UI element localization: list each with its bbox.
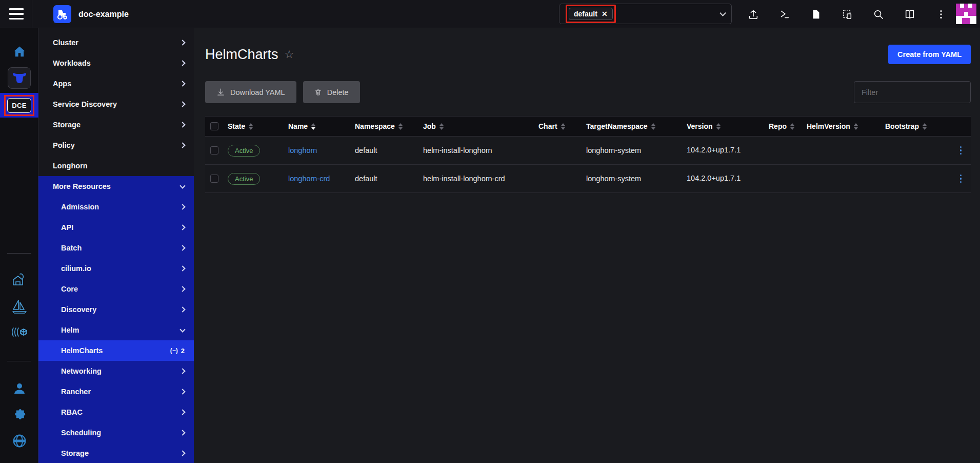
- page-header: HelmCharts ☆ Create from YAML: [205, 45, 971, 64]
- download-yaml-button[interactable]: Download YAML: [205, 81, 296, 103]
- user-icon[interactable]: [0, 378, 38, 399]
- mesh-icon[interactable]: [0, 323, 38, 343]
- header-state[interactable]: State: [225, 122, 285, 130]
- header-target-namespace[interactable]: TargetNamespace: [583, 122, 684, 130]
- sidebar-item-discovery[interactable]: Discovery: [38, 299, 194, 320]
- version-cell-annotated: 104.2.0+up1.7.1: [687, 174, 741, 183]
- brand: doc-example: [53, 5, 129, 23]
- status-badge: Active: [228, 145, 260, 157]
- sidebar-item-more-resources[interactable]: More Resources: [38, 176, 194, 197]
- sidebar-item-service-discovery[interactable]: Service Discovery: [38, 94, 194, 114]
- upload-icon[interactable]: [747, 8, 759, 21]
- remove-namespace-icon[interactable]: ✕: [602, 10, 608, 18]
- left-rail: DCE: [0, 28, 38, 463]
- globe-icon[interactable]: [0, 431, 38, 451]
- sidebar-item-rbac[interactable]: RBAC: [38, 402, 194, 422]
- select-all-checkbox[interactable]: [210, 122, 218, 130]
- header-bootstrap[interactable]: Bootstrap: [882, 122, 944, 130]
- book-icon[interactable]: [904, 8, 916, 21]
- sidebar-item-apps[interactable]: Apps: [38, 73, 194, 94]
- puzzle-icon[interactable]: [0, 404, 38, 425]
- sidebar-item-cilium-io[interactable]: cilium.io: [38, 258, 194, 279]
- top-bar: doc-example default ✕: [0, 0, 980, 28]
- file-icon[interactable]: [810, 8, 822, 21]
- chevron-right-icon: [179, 204, 185, 209]
- header-name[interactable]: Name: [285, 122, 352, 130]
- table-row: Active longhorn-crd default helm-install…: [205, 165, 971, 193]
- sidebar-item-scheduling[interactable]: Scheduling: [38, 422, 194, 443]
- sailboat-icon[interactable]: [0, 296, 38, 317]
- home-icon[interactable]: [0, 43, 38, 61]
- namespace-cell: default: [352, 146, 420, 155]
- main-layout: DCE Cl: [0, 28, 980, 463]
- row-actions-kebab-icon[interactable]: [958, 172, 964, 185]
- row-actions-kebab-icon[interactable]: [958, 144, 964, 157]
- sidebar-item-longhorn[interactable]: Longhorn: [38, 156, 194, 176]
- cluster-badge[interactable]: DCE: [7, 98, 31, 113]
- avatar[interactable]: [956, 4, 976, 24]
- sidebar-item-api[interactable]: API: [38, 217, 194, 238]
- sidebar-item-storage[interactable]: Storage: [38, 114, 194, 135]
- sidebar-item-workloads[interactable]: Workloads: [38, 53, 194, 73]
- copy-icon[interactable]: [841, 8, 853, 21]
- status-badge: Active: [228, 173, 260, 185]
- chevron-right-icon: [179, 265, 185, 271]
- chevron-right-icon: [179, 81, 185, 86]
- table-header-row: State Name Namespace Job Chart TargetNam…: [205, 116, 971, 137]
- annotation-red-box-dce: DCE: [4, 95, 34, 116]
- row-checkbox[interactable]: [210, 175, 218, 183]
- harbor-icon[interactable]: [0, 269, 38, 290]
- sort-icons: [398, 123, 403, 130]
- delete-button[interactable]: Delete: [303, 81, 360, 103]
- sort-icons: [716, 123, 721, 130]
- chevron-down-icon: [719, 10, 726, 16]
- page-title: HelmCharts: [205, 47, 278, 63]
- sort-icons: [561, 123, 565, 130]
- header-namespace[interactable]: Namespace: [352, 122, 420, 130]
- chevron-right-icon: [179, 40, 185, 45]
- selected-cluster-tile[interactable]: DCE: [0, 93, 38, 118]
- kebab-menu-icon[interactable]: [935, 8, 947, 21]
- resource-link[interactable]: longhorn-crd: [288, 175, 330, 183]
- count-icon: (−): [170, 347, 178, 354]
- rail-divider: [7, 361, 31, 361]
- header-chart[interactable]: Chart: [535, 122, 583, 130]
- filter-input[interactable]: [854, 81, 971, 103]
- terminal-icon[interactable]: [778, 8, 791, 21]
- hamburger-menu-icon[interactable]: [9, 8, 24, 20]
- header-helm-version[interactable]: HelmVersion: [804, 122, 882, 130]
- steer-icon[interactable]: [8, 67, 31, 89]
- sidebar-item-helm[interactable]: Helm: [38, 320, 194, 340]
- sidebar-item-batch[interactable]: Batch: [38, 238, 194, 258]
- search-icon[interactable]: [872, 8, 885, 21]
- version-cell-annotated: 104.2.0+up1.7.1: [687, 146, 741, 155]
- header-repo[interactable]: Repo: [766, 122, 804, 130]
- annotation-red-box-namespace: default ✕: [566, 5, 616, 23]
- chevron-right-icon: [179, 122, 185, 127]
- sort-icons: [651, 123, 655, 130]
- sidebar-item-helmcharts[interactable]: HelmCharts (−)2: [38, 340, 194, 361]
- sidebar-item-storage-sub[interactable]: Storage: [38, 443, 194, 463]
- sidebar-item-admission[interactable]: Admission: [38, 197, 194, 217]
- sidebar-item-core[interactable]: Core: [38, 279, 194, 299]
- chevron-down-icon: [179, 326, 185, 332]
- helmcharts-table: State Name Namespace Job Chart TargetNam…: [205, 116, 971, 193]
- sidebar-item-policy[interactable]: Policy: [38, 135, 194, 156]
- namespace-chip-label: default: [574, 10, 597, 18]
- header-version[interactable]: Version: [684, 122, 766, 130]
- chevron-right-icon: [179, 389, 185, 394]
- sort-icons: [790, 123, 794, 130]
- cluster-logo-icon[interactable]: [53, 5, 71, 23]
- favorite-star-icon[interactable]: ☆: [285, 48, 294, 61]
- header-job[interactable]: Job: [420, 122, 535, 130]
- create-from-yaml-button[interactable]: Create from YAML: [888, 45, 971, 64]
- target-namespace-cell: longhorn-system: [583, 175, 684, 183]
- namespace-filter-dropdown[interactable]: default ✕: [559, 4, 732, 24]
- sidebar-item-rancher[interactable]: Rancher: [38, 381, 194, 402]
- sidebar-item-networking[interactable]: Networking: [38, 361, 194, 381]
- resource-link[interactable]: longhorn: [288, 146, 317, 155]
- row-checkbox[interactable]: [210, 146, 218, 155]
- namespace-chip[interactable]: default ✕: [569, 8, 613, 20]
- sidebar-item-cluster[interactable]: Cluster: [38, 32, 194, 53]
- sidebar-nav: Cluster Workloads Apps Service Discovery…: [38, 28, 194, 463]
